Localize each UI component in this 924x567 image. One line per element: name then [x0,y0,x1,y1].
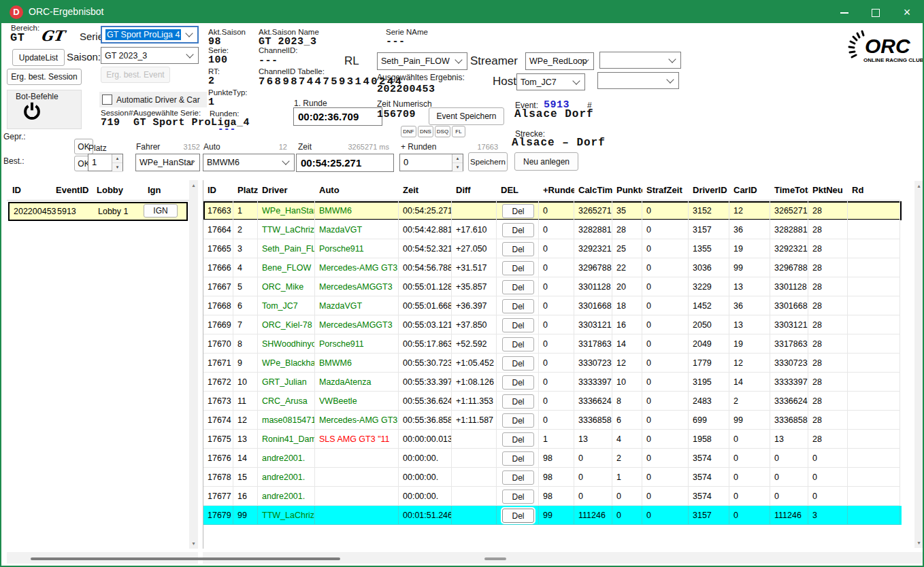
power-icon[interactable] [22,101,42,122]
del-button[interactable]: Del [502,261,534,275]
chevron-down-icon [666,75,674,83]
del-button[interactable]: Del [502,356,534,371]
results-table: IDPlatzDriverAutoZeitDiffDEL+RundenCalcT… [203,180,924,549]
cell-zeit: 00:55:30.723 [399,354,452,373]
erg-best-session-button[interactable]: Erg. best. Session [7,69,82,85]
del-button[interactable]: Del [502,204,534,218]
result-row[interactable]: 1767210GRT_JulianMazdaAtenza00:55:33.397… [203,373,902,392]
streamer-combobox[interactable]: WPe_RedLoop [525,52,594,70]
cell-driver: andre2001. [258,487,315,506]
speichern-button[interactable]: Speichern [468,152,508,171]
empty-combobox-1[interactable] [599,52,681,69]
dns-button[interactable]: DNS [418,126,433,137]
del-button[interactable]: Del [502,432,534,447]
result-row[interactable]: 176708SHWoodhinyo1Porsche91100:55:17.863… [203,334,902,354]
del-button[interactable]: Del [502,242,534,256]
cell-car-id: 36 [729,296,770,315]
stepper-arrows-icon[interactable]: ▴▾ [452,154,463,171]
saison-combobox[interactable]: GT 2023_3 [101,47,199,64]
del-button[interactable]: Del [502,299,534,313]
cell-id: 17676 [203,449,233,468]
cell-straf-zeit: 0 [642,239,689,258]
hscrollbar-thumb[interactable] [31,557,340,560]
result-row[interactable]: 176653Seth_Pain_FLOPorsche91100:54:52.32… [203,239,902,258]
session-row[interactable]: 2022004535913Lobby 1IGN [8,202,188,221]
del-button[interactable]: Del [502,223,534,237]
stepper-arrows-icon[interactable]: ▴▾ [112,154,122,171]
platz-value: 1 [92,157,97,167]
erste-runde-input[interactable]: 00:02:36.709 [293,107,382,126]
del-button[interactable]: Del [502,413,534,428]
hscrollbar-thumb[interactable] [484,557,506,560]
result-row[interactable]: 1767311CRC_ArusaVWBeetle00:55:36.624+1:1… [203,392,902,411]
plus-runden-stepper[interactable]: 0 ▴▾ [399,154,463,171]
event-speichern-button[interactable]: Event Speichern [429,107,504,125]
result-row[interactable]: 176642TTW_LaChrizz8MazdaVGT00:54:42.881+… [203,220,902,239]
cell-diff [452,201,497,220]
del-button[interactable]: Del [502,509,534,523]
close-button[interactable]: × [891,1,923,23]
del-button[interactable]: Del [502,318,534,332]
svg-text:ORC: ORC [865,35,911,57]
erg-best-event-button[interactable]: Erg. best. Event [101,67,170,83]
auto-combobox[interactable]: BMWM6 [203,154,295,171]
update-list-button[interactable]: UpdateList [12,49,65,66]
zeit-input[interactable]: 00:54:25.271 [296,154,394,172]
result-row[interactable]: 1767815andre2001.00:00:00.Del98010357400… [203,468,902,487]
auto-id-hint: 12 [260,143,287,151]
del-button[interactable]: Del [502,280,534,294]
del-button[interactable]: Del [502,394,534,409]
scroll-up-icon[interactable]: ▴ [914,181,923,191]
cell-rd [848,334,900,354]
cell-straf-zeit: 0 [642,411,689,430]
del-button[interactable]: Del [502,451,534,466]
cell-diff [452,430,497,449]
cell-punkte: 1 [612,468,642,487]
ign-button[interactable]: IGN [144,204,178,218]
maximize-button[interactable] [860,1,891,23]
automatic-driver-car-label: Automatic Driver & Car [116,95,200,105]
scroll-down-icon[interactable]: ▾ [189,538,198,549]
result-row[interactable]: 176675ORC_MikeMercedesAMGGT300:55:01.128… [203,277,902,296]
result-row[interactable]: 176664Bene_FLOWMercedes-AMG GT3 202000:5… [203,258,902,277]
sessions-table-vscrollbar[interactable]: ▴ ▾ [189,180,198,549]
cell-driver-id: 699 [689,411,729,430]
empty-combobox-2[interactable] [597,72,679,89]
cell-car-id: 12 [729,354,770,373]
result-row[interactable]: 1767999TTW_LaChrizz800:01:51.246Del99111… [203,506,902,525]
del-button[interactable]: Del [502,337,534,351]
del-button[interactable]: Del [502,375,534,390]
cell-rd [848,411,900,430]
cell-driver-id: 3574 [689,449,729,468]
minimize-button[interactable] [829,1,860,23]
result-row[interactable]: 1767412mase08154711Mercedes-AMG GT3 2020… [203,411,902,430]
punktetyp-value: 1 [208,97,215,108]
result-row[interactable]: 176631WPe_HanStarBMWM600:54:25.271Del032… [203,201,902,220]
result-row[interactable]: 1767513Ronin41_DamiaSLS AMG GT3 "1100:00… [203,430,902,449]
del-button[interactable]: Del [502,470,534,485]
automatic-driver-car-checkbox-row[interactable]: Automatic Driver & Car [99,92,207,107]
sessions-table: IDEventIDLobbyIgn 2022004535913Lobby 1IG… [7,180,198,549]
cell-id: 17665 [203,239,233,258]
scroll-down-icon[interactable]: ▾ [914,538,923,548]
result-row[interactable]: 1767716andre2001.00:00:00.Del98000357400… [203,487,902,506]
checkbox-icon[interactable] [102,94,112,105]
platz-stepper[interactable]: 1 ▴▾ [88,154,123,171]
scroll-up-icon[interactable]: ▴ [189,180,198,190]
fl-button[interactable]: FL [452,126,465,137]
result-row[interactable]: 176697ORC_Kiel-78MercedesAMGGT300:55:03.… [203,315,902,334]
result-row[interactable]: 1767614andre2001.00:00:00.Del98020357400… [203,449,902,468]
dnf-button[interactable]: DNF [401,126,416,137]
result-row[interactable]: 176686Tom_JC7MazdaVGT00:55:01.668+36.397… [203,296,902,315]
neu-anlegen-button[interactable]: Neu anlegen [514,152,578,171]
results-table-vscrollbar[interactable]: ▴ ▾ [914,181,923,548]
dsq-button[interactable]: DSQ [435,126,450,137]
del-button[interactable]: Del [502,489,534,504]
serie-combobox[interactable]: GT Sport ProLiga 4 [101,26,199,44]
result-row[interactable]: 176719WPe_BlackhawBMWM600:55:30.723+1:05… [203,354,902,373]
zeit-label: Zeit [298,142,312,152]
fahrer-combobox[interactable]: WPe_HanStar [135,154,200,171]
rl-combobox[interactable]: Seth_Pain_FLOW [377,52,467,70]
cell-auto: MazdaVGT [315,296,399,315]
host-combobox[interactable]: Tom_JC7 [516,73,585,90]
